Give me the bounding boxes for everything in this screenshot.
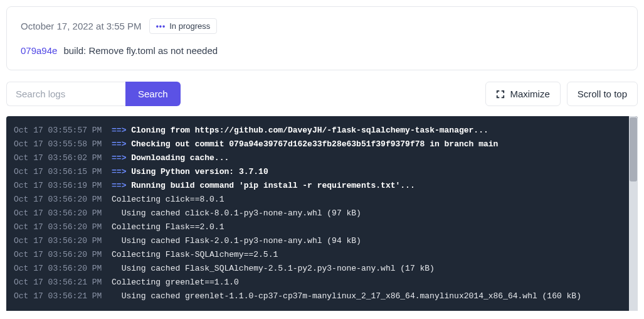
arrow-icon: ==>	[112, 167, 131, 176]
log-text: Running build command 'pip install -r re…	[131, 181, 414, 190]
log-text: Using cached Flask_SQLAlchemy-2.5.1-py2.…	[112, 264, 435, 273]
search-input[interactable]	[6, 82, 125, 106]
log-line: Oct 17 03:56:20 PM Collecting Flask-SQLA…	[14, 248, 638, 262]
log-text: Collecting Flask-SQLAlchemy==2.5.1	[112, 250, 278, 259]
log-lines: Oct 17 03:55:57 PM ==> Cloning from http…	[14, 124, 638, 303]
commit-row: 079a94e build: Remove fly.toml as not ne…	[21, 45, 623, 56]
log-line: Oct 17 03:56:21 PM Collecting greenlet==…	[14, 276, 638, 289]
build-timestamp: October 17, 2022 at 3:55 PM	[21, 21, 142, 31]
log-line: Oct 17 03:56:19 PM ==> Running build com…	[14, 179, 638, 193]
search-button[interactable]: Search	[125, 82, 181, 106]
log-text: Using cached Flask-2.0.1-py3-none-any.wh…	[112, 236, 361, 246]
commit-hash[interactable]: 079a94e	[21, 45, 57, 56]
log-timestamp: Oct 17 03:56:20 PM	[14, 250, 112, 259]
log-line: Oct 17 03:56:20 PM Using cached Flask_SQ…	[14, 262, 638, 276]
log-text: Collecting Flask==2.0.1	[112, 222, 224, 232]
scroll-to-top-button[interactable]: Scroll to top	[567, 82, 638, 106]
arrow-icon: ==>	[112, 153, 131, 163]
log-timestamp: Oct 17 03:56:20 PM	[14, 264, 112, 273]
log-timestamp: Oct 17 03:55:58 PM	[14, 139, 112, 149]
scrollbar-track[interactable]	[629, 116, 638, 311]
log-line: Oct 17 03:56:20 PM Collecting click==8.0…	[14, 193, 638, 207]
log-text: Checking out commit 079a94e39767d162e33f…	[131, 139, 498, 149]
log-line: Oct 17 03:55:57 PM ==> Cloning from http…	[14, 124, 638, 138]
info-row: October 17, 2022 at 3:55 PM ••• In progr…	[21, 18, 623, 34]
log-text: Using Python version: 3.7.10	[131, 167, 268, 176]
log-text: Using cached greenlet-1.1.0-cp37-cp37m-m…	[112, 291, 581, 301]
log-line: Oct 17 03:55:58 PM ==> Checking out comm…	[14, 138, 638, 151]
log-output: Oct 17 03:55:57 PM ==> Cloning from http…	[6, 116, 638, 311]
log-text: Cloning from https://github.com/DaveyJH/…	[131, 126, 488, 135]
log-text: Downloading cache...	[131, 153, 229, 163]
controls-row: Search Maximize Scroll to top	[6, 82, 638, 106]
log-timestamp: Oct 17 03:56:21 PM	[14, 278, 112, 287]
maximize-icon	[496, 90, 505, 99]
log-timestamp: Oct 17 03:56:20 PM	[14, 236, 112, 246]
log-text: Collecting greenlet==1.1.0	[112, 278, 239, 287]
log-timestamp: Oct 17 03:56:20 PM	[14, 195, 112, 204]
commit-message: build: Remove fly.toml as not needed	[63, 45, 218, 56]
scrollbar-thumb[interactable]	[630, 117, 637, 181]
progress-dots-icon: •••	[156, 22, 166, 31]
status-label: In progress	[169, 21, 210, 31]
log-line: Oct 17 03:56:20 PM Using cached click-8.…	[14, 207, 638, 220]
log-line: Oct 17 03:56:20 PM Using cached Flask-2.…	[14, 234, 638, 248]
maximize-button[interactable]: Maximize	[485, 82, 560, 106]
log-timestamp: Oct 17 03:56:20 PM	[14, 208, 112, 218]
status-badge: ••• In progress	[149, 18, 218, 34]
search-group: Search	[6, 82, 181, 106]
arrow-icon: ==>	[112, 181, 131, 190]
log-timestamp: Oct 17 03:56:02 PM	[14, 153, 112, 163]
maximize-label: Maximize	[510, 89, 549, 99]
log-text: Using cached click-8.0.1-py3-none-any.wh…	[112, 208, 361, 218]
log-line: Oct 17 03:56:21 PM Using cached greenlet…	[14, 289, 638, 303]
log-timestamp: Oct 17 03:56:15 PM	[14, 167, 112, 176]
build-info-card: October 17, 2022 at 3:55 PM ••• In progr…	[6, 6, 638, 70]
arrow-icon: ==>	[112, 139, 131, 149]
log-timestamp: Oct 17 03:56:19 PM	[14, 181, 112, 190]
arrow-icon: ==>	[112, 126, 131, 135]
log-timestamp: Oct 17 03:55:57 PM	[14, 126, 112, 135]
log-timestamp: Oct 17 03:56:21 PM	[14, 291, 112, 301]
log-timestamp: Oct 17 03:56:20 PM	[14, 222, 112, 232]
log-line: Oct 17 03:56:20 PM Collecting Flask==2.0…	[14, 220, 638, 234]
log-text: Collecting click==8.0.1	[112, 195, 224, 204]
log-line: Oct 17 03:56:02 PM ==> Downloading cache…	[14, 151, 638, 165]
log-line: Oct 17 03:56:15 PM ==> Using Python vers…	[14, 165, 638, 179]
